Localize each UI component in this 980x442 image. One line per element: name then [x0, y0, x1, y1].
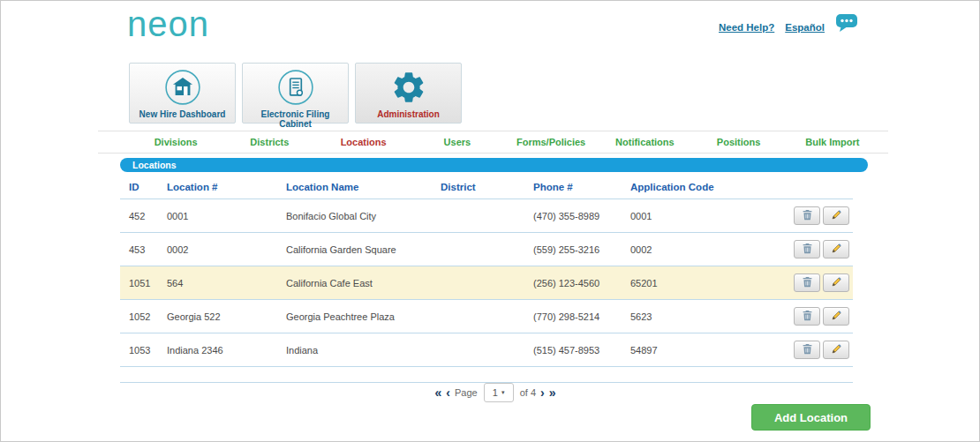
nav-tab-locations[interactable]: Locations: [317, 137, 411, 147]
edit-pencil-icon: [831, 343, 842, 357]
last-page-icon[interactable]: »: [549, 386, 556, 399]
cell-phone: (256) 123-4560: [533, 266, 630, 300]
cell-district: [441, 333, 533, 367]
electronic-filing-cabinet-card[interactable]: Electronic Filing Cabinet: [242, 63, 349, 124]
edit-row-button[interactable]: [823, 307, 849, 326]
section-title: Locations: [132, 160, 177, 170]
nav-tab-users[interactable]: Users: [411, 137, 504, 147]
delete-row-button[interactable]: [794, 307, 820, 326]
cell-district: [441, 199, 533, 233]
page-total-label: of 4: [520, 387, 536, 398]
edit-pencil-icon: [831, 243, 842, 257]
module-label: Administration: [377, 109, 440, 119]
gear-icon: [390, 69, 427, 109]
prev-page-icon[interactable]: ‹: [446, 386, 450, 399]
nav-tab-positions[interactable]: Positions: [692, 137, 786, 147]
column-header-id: ID: [120, 177, 167, 199]
nav-tab-notifications[interactable]: Notifications: [598, 137, 691, 147]
cell-district: [441, 300, 533, 333]
cell-district: [441, 266, 533, 300]
page-label: Page: [455, 387, 478, 398]
edit-row-button[interactable]: [823, 341, 849, 359]
delete-row-button[interactable]: [794, 341, 820, 359]
delete-row-button[interactable]: [794, 273, 820, 292]
column-header-phone: Phone #: [533, 177, 630, 199]
language-link[interactable]: Español: [785, 22, 825, 33]
edit-pencil-icon: [831, 310, 842, 324]
table-header: IDLocation #Location NameDistrictPhone #…: [120, 177, 853, 199]
cell-actions: [772, 233, 853, 266]
empty-row: [120, 367, 853, 383]
speech-bubble-icon[interactable]: [835, 13, 858, 36]
cell-id: 453: [120, 233, 167, 266]
neon-logo: neon: [127, 4, 209, 44]
nav-tab-bulk-import[interactable]: Bulk Import: [786, 137, 879, 147]
cell-actions: [772, 300, 853, 333]
trash-icon: [802, 276, 813, 290]
cell-phone: (770) 298-5214: [533, 300, 630, 333]
cell-phone: (515) 457-8953: [533, 333, 630, 367]
cell-actions: [772, 333, 853, 367]
table-row: 1052 Georgia 522 Georgia Peachtree Plaza…: [120, 300, 853, 333]
first-page-icon[interactable]: «: [435, 386, 442, 399]
nav-tab-forms-policies[interactable]: Forms/Policies: [504, 137, 598, 147]
need-help-link[interactable]: Need Help?: [719, 22, 774, 33]
trash-icon: [802, 343, 813, 357]
cell-location-number: 564: [167, 266, 286, 300]
add-location-button[interactable]: Add Location: [751, 404, 871, 431]
table-row: 1053 Indiana 2346 Indiana (515) 457-8953…: [120, 333, 853, 367]
table-row: 452 0001 Bonifacio Global City (470) 355…: [120, 199, 853, 233]
help-links: Need Help? Español: [719, 19, 858, 36]
edit-row-button[interactable]: [823, 273, 849, 292]
edit-pencil-icon: [831, 209, 842, 223]
delete-row-button[interactable]: [794, 206, 820, 225]
page-select[interactable]: 1 ▾: [484, 383, 514, 402]
table-row: 1051 564 California Cafe East (256) 123-…: [120, 266, 853, 300]
trash-icon: [802, 243, 813, 257]
pagination: « ‹ Page 1 ▾ of 4 › »: [120, 382, 871, 403]
cell-location-name: Bonifacio Global City: [286, 199, 441, 233]
edit-row-button[interactable]: [823, 206, 849, 225]
cell-id: 452: [120, 199, 167, 233]
cell-location-name: California Garden Square: [286, 233, 441, 266]
cell-id: 1051: [120, 266, 167, 300]
cell-location-name: California Cafe East: [286, 266, 441, 300]
column-header-application-code: Application Code: [630, 177, 772, 199]
column-header-actions: [772, 177, 853, 199]
module-label: Electronic Filing Cabinet: [245, 109, 346, 129]
next-page-icon[interactable]: ›: [540, 386, 545, 399]
cell-district: [441, 233, 533, 266]
app-window: neon Need Help? Español: [0, 0, 980, 442]
delete-row-button[interactable]: [794, 240, 820, 258]
cell-location-number: Georgia 522: [167, 300, 286, 333]
table-row: 453 0002 California Garden Square (559) …: [120, 233, 853, 266]
column-header-district: District: [441, 177, 533, 199]
nav-tab-districts[interactable]: Districts: [222, 137, 316, 147]
cell-application-code: 0001: [630, 199, 772, 233]
edit-pencil-icon: [831, 276, 842, 290]
document-icon: [277, 69, 314, 109]
table-body: 452 0001 Bonifacio Global City (470) 355…: [120, 199, 853, 383]
cell-location-name: Indiana: [286, 333, 441, 367]
chevron-down-icon: ▾: [501, 389, 505, 396]
cell-location-number: 0002: [167, 233, 286, 266]
cell-phone: (559) 255-3216: [533, 233, 630, 266]
cell-application-code: 54897: [630, 333, 772, 367]
module-cards: New Hire Dashboard Electronic Filing Cab…: [129, 63, 462, 124]
new-hire-dashboard-card[interactable]: New Hire Dashboard: [129, 63, 236, 124]
column-header-location: Location #: [167, 177, 286, 199]
section-title-bar: Locations: [120, 158, 868, 172]
cell-application-code: 5623: [630, 300, 772, 333]
edit-row-button[interactable]: [823, 240, 849, 258]
cell-actions: [772, 199, 853, 233]
trash-icon: [802, 209, 813, 223]
house-icon: [164, 69, 201, 109]
nav-tab-divisions[interactable]: Divisions: [129, 137, 222, 147]
administration-card[interactable]: Administration: [355, 63, 462, 124]
cell-application-code: 65201: [630, 266, 772, 300]
page-select-value: 1: [493, 387, 498, 398]
admin-nav-tabs: DivisionsDistrictsLocationsUsersForms/Po…: [98, 131, 888, 154]
module-label: New Hire Dashboard: [139, 109, 226, 119]
cell-id: 1053: [120, 333, 167, 367]
locations-table: IDLocation #Location NameDistrictPhone #…: [120, 177, 853, 383]
